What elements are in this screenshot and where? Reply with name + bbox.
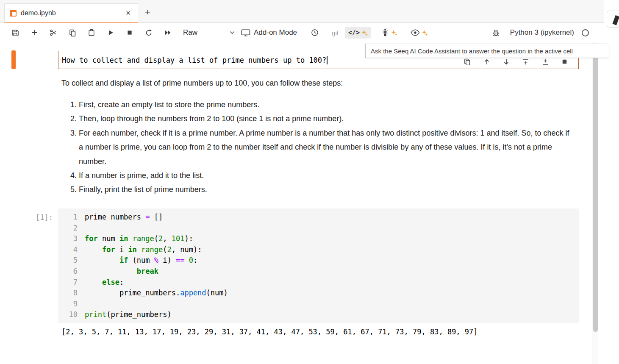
run-cell-button[interactable] <box>104 26 117 39</box>
cell-toolbar <box>463 58 569 66</box>
markdown-step: Finally, print the list of prime numbers… <box>79 183 570 197</box>
ai-assistant-tooltip: Ask the Seeq AI Code Assistant to answer… <box>365 44 609 58</box>
line-number: 1 <box>58 212 78 223</box>
notebook-app: demo.ipynb ✕ + <box>0 0 619 364</box>
code-icon: </> <box>348 29 360 36</box>
tab-close-icon[interactable]: ✕ <box>124 8 133 18</box>
addon-mode-button[interactable]: Add-on Mode <box>241 26 297 39</box>
code-text: for i in range(2, num): <box>78 245 202 256</box>
code-text: prime_numbers.append(num) <box>78 288 228 299</box>
code-line: 5 if (num % i) == 0: <box>58 255 579 266</box>
insert-cell-above-icon[interactable] <box>522 58 530 66</box>
code-text: print(prime_numbers) <box>78 309 172 320</box>
code-line: 4 for i in range(2, num): <box>58 245 579 256</box>
code-line: 6 break <box>58 266 579 277</box>
cell-type-select[interactable]: Raw <box>183 26 235 39</box>
duplicate-cell-icon[interactable] <box>463 58 471 66</box>
line-number: 6 <box>58 266 78 277</box>
sparkle-icon <box>422 30 428 36</box>
interrupt-kernel-button[interactable] <box>123 26 136 39</box>
line-number: 9 <box>58 299 78 310</box>
addon-mode-label: Add-on Mode <box>254 28 297 37</box>
copy-cells-button[interactable] <box>66 26 79 39</box>
markdown-step: Then, loop through the numbers from 2 to… <box>79 112 570 126</box>
markdown-cell-output[interactable]: To collect and display a list of prime n… <box>61 77 570 197</box>
line-number: 7 <box>58 277 78 288</box>
markdown-step: First, create an empty list to store the… <box>79 98 570 112</box>
sparkle-icon <box>391 30 397 36</box>
debugger-bug-button[interactable] <box>490 26 502 39</box>
cell-output-text: [2, 3, 5, 7, 11, 13, 17, 19, 23, 29, 31,… <box>61 328 478 336</box>
execution-count: [1]: <box>36 213 53 222</box>
code-line: 9 <box>58 299 579 310</box>
kernel-name[interactable]: Python 3 (ipykernel) <box>510 28 574 37</box>
kernel-status-icon[interactable] <box>582 29 589 36</box>
tab-demo-ipynb[interactable]: demo.ipynb ✕ <box>4 3 138 23</box>
tab-title: demo.ipynb <box>21 9 119 17</box>
text-cursor <box>327 56 328 64</box>
code-line: 7 else: <box>58 277 579 288</box>
code-text <box>78 223 85 234</box>
active-cell-collapser[interactable] <box>11 50 16 69</box>
notebook-favicon-icon <box>10 10 17 17</box>
eye-icon <box>411 29 420 36</box>
sparkle-icon <box>361 30 368 36</box>
markdown-steps-list: First, create an empty list to store the… <box>61 98 570 197</box>
cut-cells-button[interactable] <box>47 26 60 39</box>
line-number: 8 <box>58 288 78 299</box>
active-cell-text: How to collect and display a list of pri… <box>62 56 326 64</box>
insert-cell-below-icon[interactable] <box>541 58 549 66</box>
code-line: 2 <box>58 223 579 234</box>
history-clock-button[interactable] <box>308 26 321 39</box>
scrollbar-track[interactable] <box>592 42 598 364</box>
code-text: for num in range(2, 101): <box>78 233 193 245</box>
run-all-cells-button[interactable] <box>161 26 174 39</box>
git-label[interactable]: git <box>332 29 339 36</box>
code-text: prime_numbers = [] <box>78 212 163 223</box>
code-line: 8 prime_numbers.append(num) <box>58 288 579 299</box>
scrollbar-thumb[interactable] <box>593 44 598 332</box>
tab-bar: demo.ipynb ✕ + <box>0 0 604 23</box>
code-cell-editor[interactable]: 1prime_numbers = []23for num in range(2,… <box>58 208 579 323</box>
delete-cell-icon[interactable] <box>561 58 569 66</box>
panel-toggle-icon <box>610 13 619 25</box>
save-button[interactable] <box>9 26 22 39</box>
code-text: else: <box>78 277 124 288</box>
tooltip-text: Ask the Seeq AI Code Assistant to answer… <box>371 47 573 55</box>
new-tab-button[interactable]: + <box>142 6 154 19</box>
code-text <box>78 299 85 310</box>
insert-cell-button[interactable] <box>28 26 41 39</box>
chevron-down-icon <box>230 31 235 34</box>
ant-icon <box>381 28 389 37</box>
paste-cells-button[interactable] <box>85 26 98 39</box>
toolbar-right-group: Python 3 (ipykernel) <box>490 26 604 39</box>
line-number: 3 <box>58 233 78 245</box>
line-number: 5 <box>58 255 78 266</box>
move-cell-up-icon[interactable] <box>483 58 491 66</box>
cell-type-value: Raw <box>183 28 197 37</box>
ai-explain-button[interactable] <box>407 27 431 38</box>
ai-bug-finder-button[interactable] <box>378 26 401 39</box>
code-text: if (num % i) == 0: <box>78 255 197 266</box>
code-line: 3for num in range(2, 101): <box>58 233 579 245</box>
line-number: 2 <box>58 223 78 234</box>
markdown-step: If a number is prime, add it to the list… <box>79 169 570 183</box>
markdown-step: For each number, check if it is a prime … <box>79 126 570 169</box>
notebook-toolbar: Raw Add-on Mode git </> <box>0 23 604 42</box>
monitor-icon <box>241 29 250 36</box>
ai-code-assistant-button[interactable]: </> <box>345 27 371 39</box>
code-text: break <box>78 266 158 277</box>
line-number: 10 <box>58 309 78 320</box>
markdown-intro: To collect and display a list of prime n… <box>61 77 570 89</box>
move-cell-down-icon[interactable] <box>502 58 510 66</box>
code-line: 1prime_numbers = [] <box>58 212 579 223</box>
line-number: 4 <box>58 245 78 256</box>
collapsed-panel-button[interactable] <box>607 11 619 28</box>
restart-kernel-button[interactable] <box>142 26 155 39</box>
code-line: 10print(prime_numbers) <box>58 309 579 320</box>
